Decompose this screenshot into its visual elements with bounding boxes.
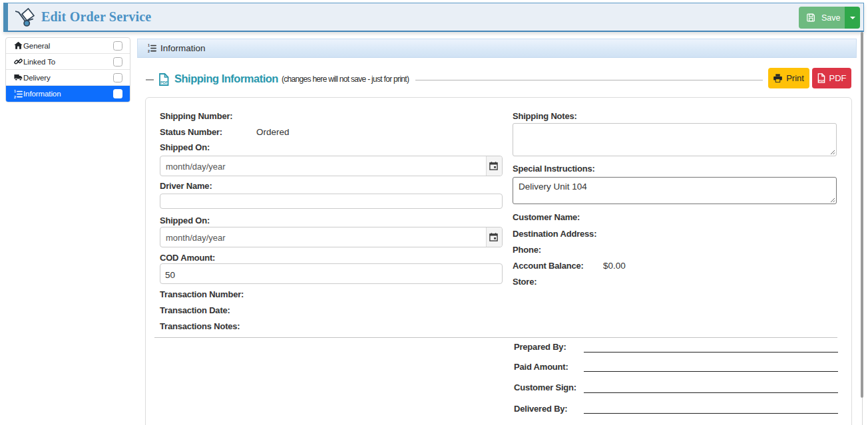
- svg-text:PDF: PDF: [819, 79, 825, 82]
- svg-text:PDF: PDF: [160, 80, 168, 84]
- svg-text:1: 1: [14, 90, 16, 93]
- svg-text:1: 1: [148, 44, 150, 47]
- svg-text:2: 2: [14, 94, 16, 98]
- svg-text:2: 2: [148, 49, 150, 53]
